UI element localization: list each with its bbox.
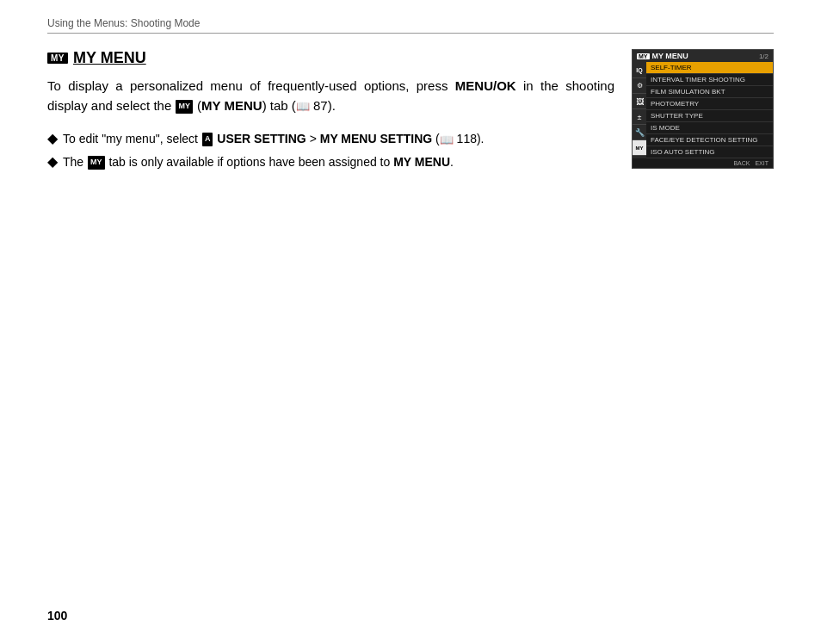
sidebar-icon-mymenu: MY — [633, 140, 646, 156]
sidebar-icon-af: ± — [633, 109, 646, 125]
body-paren-open: ( — [194, 98, 201, 113]
menu-item-is-mode: IS MODE — [646, 122, 773, 134]
my-icon-inline: MY — [176, 100, 193, 114]
camera-header-my-icon: MY — [637, 53, 650, 59]
bullet-item-2: ◆ The MY tab is only available if option… — [47, 153, 614, 171]
camera-menu-header: MY MY MENU 1/2 — [633, 50, 773, 62]
bullet-diamond-2: ◆ — [47, 153, 58, 171]
sidebar-icon-wrench: 🔧 — [633, 125, 646, 140]
sidebar-icon-iq: IQ — [633, 63, 646, 78]
text-section: MY MY MENU To display a personalized men… — [47, 49, 614, 176]
menu-item-shutter-type: SHUTTER TYPE — [646, 110, 773, 122]
my-menu-bold-2: MY MENU — [393, 155, 450, 169]
section-title: MY MENU — [73, 49, 146, 67]
menu-item-face-eye: FACE/EYE DETECTION SETTING — [646, 134, 773, 146]
camera-header-page: 1/2 — [759, 53, 769, 60]
section-heading: MY MY MENU — [47, 49, 614, 67]
user-setting-label: USER SETTING — [217, 132, 306, 146]
book-icon-ref2: 📖 — [440, 133, 454, 146]
main-content: MY MY MENU To display a personalized men… — [47, 49, 774, 176]
bullet-list: ◆ To edit "my menu", select A USER SETTI… — [47, 130, 614, 171]
sidebar-icon-display: 🖼 — [633, 94, 646, 109]
menu-item-interval-timer: INTERVAL TIMER SHOOTING — [646, 74, 773, 86]
menu-item-photometry: PHOTOMETRY — [646, 98, 773, 110]
bullet-diamond-1: ◆ — [47, 130, 58, 148]
body-paragraph: To display a personalized menu of freque… — [47, 76, 614, 116]
camera-header-left: MY MY MENU — [637, 52, 688, 60]
camera-screen: MY MY MENU 1/2 IQ ⚙ 🖼 ± 🔧 MY — [632, 49, 774, 169]
body-text-before: To display a personalized menu of freque… — [47, 78, 455, 93]
sidebar-icon-settings: ⚙ — [633, 78, 646, 94]
user-setting-icon: A — [202, 133, 213, 146]
back-button-label: BACK — [733, 160, 750, 166]
page-number: 100 — [47, 609, 67, 622]
camera-panel: MY MY MENU 1/2 IQ ⚙ 🖼 ± 🔧 MY — [632, 49, 774, 176]
my-menu-heading-icon: MY — [47, 53, 68, 64]
menu-item-film-sim-bkt: FILM SIMULATION BKT — [646, 86, 773, 98]
bullet-1-text: To edit "my menu", select A USER SETTING… — [63, 130, 485, 148]
exit-button-label: EXIT — [755, 160, 769, 166]
my-icon-inline-2: MY — [88, 156, 105, 170]
my-menu-setting-label: MY MENU SETTING — [320, 132, 432, 146]
page-container: Using the Menus: Shooting Mode MY MY MEN… — [0, 0, 821, 644]
menu-ok-label: MENU/OK — [455, 78, 516, 93]
sidebar-icons: IQ ⚙ 🖼 ± 🔧 MY — [633, 62, 646, 158]
breadcrumb: Using the Menus: Shooting Mode — [47, 17, 774, 34]
menu-items-list: SELF-TIMER INTERVAL TIMER SHOOTING FILM … — [646, 62, 773, 158]
camera-footer: BACK EXIT — [633, 158, 773, 168]
breadcrumb-text: Using the Menus: Shooting Mode — [47, 17, 200, 29]
menu-item-self-timer: SELF-TIMER — [646, 62, 773, 74]
camera-header-title: MY MENU — [652, 52, 688, 60]
book-icon-ref: 📖 — [296, 100, 310, 113]
my-menu-bold: MY MENU — [201, 98, 262, 113]
camera-body: IQ ⚙ 🖼 ± 🔧 MY SELF-TIMER INTERVAL TIMER … — [633, 62, 773, 158]
body-paren-close: ) tab ( — [262, 98, 296, 113]
page-ref: 87). — [310, 98, 336, 113]
bullet-2-text: The MY tab is only available if options … — [63, 153, 454, 171]
menu-item-iso-auto: ISO AUTO SETTING — [646, 146, 773, 158]
bullet-item-1: ◆ To edit "my menu", select A USER SETTI… — [47, 130, 614, 148]
